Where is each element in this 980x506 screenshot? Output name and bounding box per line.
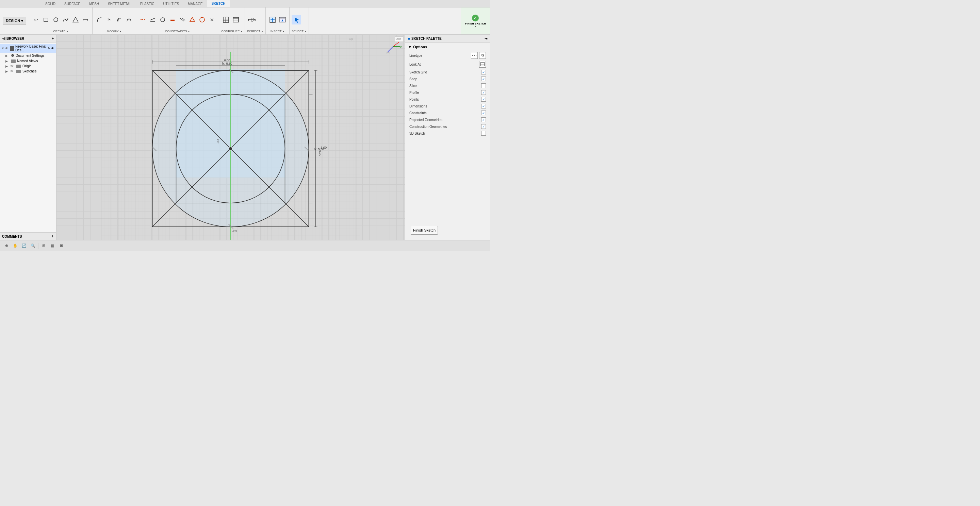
sidebar-collapse-left[interactable]: ◀ — [2, 36, 5, 41]
construction-geom-checkbox[interactable] — [481, 124, 486, 129]
tree-label-origin: Origin — [22, 64, 32, 68]
tree-item-sketches[interactable]: ▶ 👁 Sketches — [0, 69, 56, 74]
constraint-more[interactable]: ✕ — [207, 15, 217, 24]
polygon-tool[interactable] — [71, 15, 80, 24]
view-grid2-btn[interactable]: ⊞ — [57, 242, 65, 250]
finish-sketch-palette-button[interactable]: Finish Sketch — [411, 226, 438, 235]
tab-plastic[interactable]: PLASTIC — [136, 0, 159, 7]
svg-text:fx: 5.50: fx: 5.50 — [314, 148, 324, 151]
view-home-btn[interactable]: ⊕ — [3, 242, 10, 250]
tree-item-named-views[interactable]: ▶ Named Views — [0, 59, 56, 63]
view-pan-btn[interactable]: ✋ — [11, 242, 19, 250]
design-button[interactable]: DESIGN ▾ — [3, 17, 26, 25]
inspect-label[interactable]: INSPECT — [247, 30, 263, 34]
tab-utilities[interactable]: UTILITIES — [159, 0, 183, 7]
tab-solid[interactable]: SOLID — [41, 0, 60, 7]
tree-edit-icon[interactable]: ✎ — [48, 47, 50, 50]
tab-mesh[interactable]: MESH — [85, 0, 103, 7]
options-collapse-arrow: ▼ — [408, 45, 412, 49]
tree-arrow-sketches[interactable]: ▶ — [5, 70, 10, 73]
constraints-checkbox[interactable] — [481, 111, 486, 115]
options-section-header[interactable]: ▼ Options — [408, 45, 487, 49]
tree-eye-root[interactable]: 👁 — [5, 47, 9, 50]
create-label[interactable]: CREATE — [31, 30, 90, 34]
tree-eye-origin[interactable]: 👁 — [10, 64, 15, 68]
tab-sketch[interactable]: SKETCH — [207, 0, 230, 7]
linetype-icon2[interactable]: ⧉ — [479, 52, 486, 59]
tree-item-root[interactable]: ▼ 👁 Firework Base: Final Des... ✎ 👁 — [0, 44, 56, 53]
svg-marker-33 — [295, 17, 299, 23]
constraint-circle[interactable] — [158, 15, 167, 24]
offset-tool[interactable] — [115, 15, 124, 24]
modify-label[interactable]: MODIFY — [95, 30, 134, 34]
tab-manage[interactable]: MANAGE — [183, 0, 207, 7]
constraint-coincident[interactable] — [138, 15, 148, 24]
tree-item-doc-settings[interactable]: ▶ ⚙ Document Settings — [0, 53, 56, 59]
constraints-label[interactable]: CONSTRAINTS — [138, 30, 217, 34]
lookat-icon[interactable] — [479, 61, 486, 68]
palette-row-lookat: Look At — [408, 60, 487, 69]
tab-surface[interactable]: SURFACE — [60, 0, 85, 7]
insert-tool2[interactable] — [278, 15, 287, 24]
tree-arrow-root[interactable]: ▼ — [2, 47, 5, 50]
configure-label[interactable]: CONFIGURE — [221, 30, 243, 34]
svg-line-8 — [150, 18, 155, 20]
view-grid-btn[interactable]: ▦ — [49, 242, 56, 250]
constraints-palette-label: Constraints — [409, 111, 427, 115]
slice-checkbox[interactable] — [481, 83, 486, 88]
sidebar-add-btn[interactable]: + — [52, 37, 54, 40]
constraint-equal[interactable] — [168, 15, 177, 24]
svg-marker-2 — [73, 17, 78, 22]
svg-marker-14 — [190, 17, 195, 21]
insert-tool1[interactable] — [268, 15, 277, 24]
tree-arrow-named-views[interactable]: ▶ — [5, 60, 10, 63]
snap-checkbox[interactable] — [481, 76, 486, 81]
svg-line-73 — [393, 41, 400, 47]
tree-arrow-origin[interactable]: ▶ — [5, 65, 10, 68]
view-cube[interactable]: d01 — [395, 36, 403, 42]
insert-label[interactable]: INSERT — [268, 30, 287, 34]
svg-rect-16 — [223, 17, 229, 22]
profile-label: Profile — [409, 91, 419, 95]
svg-point-1 — [54, 18, 58, 22]
view-separator — [38, 243, 38, 249]
tree-item-origin[interactable]: ▶ 👁 Origin — [0, 63, 56, 69]
circle-tool[interactable] — [51, 15, 60, 24]
constraint-parallel[interactable] — [178, 15, 187, 24]
dimensions-checkbox[interactable] — [481, 104, 486, 108]
comments-add-btn[interactable]: + — [51, 234, 54, 239]
constraint-full-circle[interactable] — [197, 15, 207, 24]
dimensions-label: Dimensions — [409, 105, 427, 108]
undo-arc-tool[interactable]: ↩ — [31, 15, 41, 24]
tab-sheet-metal[interactable]: SHEET METAL — [103, 0, 136, 7]
view-zoom-btn[interactable]: 🔍 — [29, 242, 37, 250]
points-checkbox[interactable] — [481, 97, 486, 102]
profile-checkbox[interactable] — [481, 90, 486, 95]
tree-eye2-icon[interactable]: 👁 — [51, 47, 54, 50]
rectangle-tool[interactable] — [41, 15, 51, 24]
tree-label-root: Firework Base: Final Des... — [15, 44, 47, 52]
view-orbit-btn[interactable]: 🔄 — [21, 242, 28, 250]
sketch-palette-expand[interactable]: ⇥ — [485, 37, 487, 40]
inspect-tool[interactable] — [247, 15, 256, 24]
3d-sketch-checkbox[interactable] — [481, 131, 486, 136]
configure-tool2[interactable] — [231, 15, 240, 24]
trim-tool[interactable]: ✂ — [105, 15, 114, 24]
projected-geom-checkbox[interactable] — [481, 117, 486, 122]
linetype-icon1[interactable] — [471, 52, 478, 59]
palette-row-sketch-grid: Sketch Grid — [408, 69, 487, 76]
tree-eye-sketches[interactable]: 👁 — [10, 69, 15, 73]
spline-tool[interactable] — [61, 15, 70, 24]
sketch-grid-checkbox[interactable] — [481, 70, 486, 75]
fillet-tool[interactable] — [95, 15, 104, 24]
select-tool[interactable] — [292, 15, 301, 24]
configure-tool1[interactable] — [221, 15, 231, 24]
finish-sketch-toolbar-btn[interactable]: ✓ FINISH SKETCH ▼ — [461, 8, 490, 34]
mirror-tool[interactable] — [124, 15, 134, 24]
constraint-triangle[interactable] — [188, 15, 197, 24]
tree-arrow-doc-settings[interactable]: ▶ — [5, 54, 10, 57]
line-tool[interactable] — [81, 15, 90, 24]
view-display-btn[interactable]: ⊞ — [40, 242, 47, 250]
constraint-horizontal[interactable] — [148, 15, 158, 24]
select-label[interactable]: SELECT — [292, 30, 307, 34]
